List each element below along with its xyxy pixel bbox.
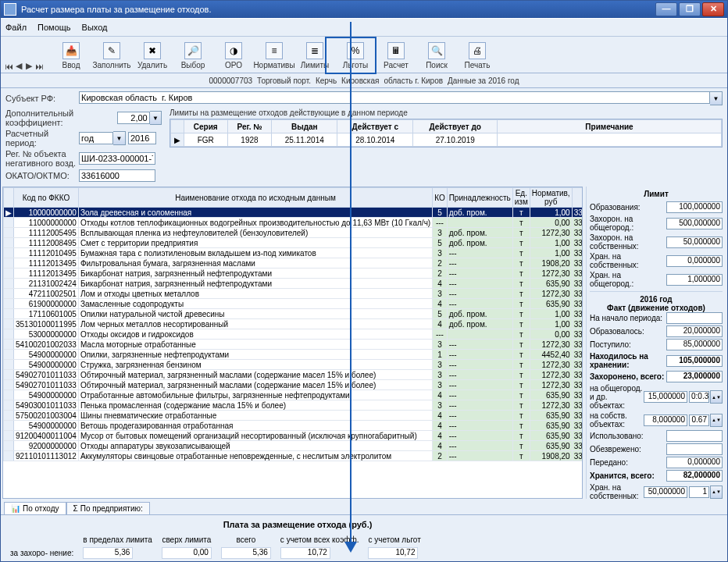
col-name[interactable]: Наименование отхода по исходным данным [78,188,432,208]
table-row[interactable]: 54900000000Опилки, загрязненные нефтепро… [4,350,583,360]
col-norm[interactable]: Норматив, руб [530,188,572,208]
col-pr[interactable]: Принадлежность [447,188,512,208]
table-row[interactable]: 21131002424Бикарбонат натрия, загрязненн… [4,279,583,289]
menu-help[interactable]: Помощь [37,23,71,32]
org-code: 0000007703 [209,76,252,85]
col-ko[interactable]: КО [433,188,448,208]
toolbar-заполнить-button[interactable]: ✎Заполнить [91,41,132,71]
col-regnum: Рег. № [227,120,272,133]
table-row[interactable]: 11112013495Фильтровальная бумага, загряз… [4,258,583,269]
table-row[interactable]: 92000000000Отходы аппаратуры звукозаписы… [4,441,583,451]
col-issued: Выдан [272,120,337,133]
table-row[interactable]: 54900000000Ветошь продегазированная отра… [4,421,583,431]
f-obr[interactable]: 20,000000 [666,325,723,337]
period-type-input[interactable] [79,132,113,144]
toolbar-удалить-button[interactable]: ✖Удалить [132,41,173,71]
f-hr: 82,000000 [666,470,723,482]
toolbar-лимиты-button[interactable]: ≣Лимиты [294,41,335,71]
spinner-icon[interactable]: ▲▼ [710,390,723,404]
limit-zah-s[interactable]: 50,000000 [666,237,723,248]
f-obsh[interactable]: 15,000000 [644,391,687,403]
toolbar-оро-button[interactable]: ◑ОРО [213,41,254,71]
spinner-icon[interactable]: ▲▼ [710,414,723,427]
toolbar-льготы-button[interactable]: %Льготы [335,41,376,71]
table-row[interactable]: 91200400011004Мусор от бытовых помещений… [4,431,583,441]
spinner-icon[interactable]: ▲▼ [710,486,723,499]
col-fkko[interactable]: Код по ФККО [14,188,79,208]
table-row[interactable]: ▶10000000000Зола древесная и соломенная5… [4,208,583,218]
col-ed[interactable]: Ед. изм [512,188,530,208]
maximize-button[interactable]: ❐ [679,2,701,16]
f-obz[interactable] [666,443,723,455]
close-button[interactable]: ✕ [702,2,724,16]
nav-next-icon[interactable]: ▶ [24,61,34,71]
table-row[interactable]: 11112008495Смет с территории предприятия… [4,238,583,248]
f-per[interactable]: 0,000000 [666,457,723,468]
subject-input[interactable] [79,91,710,104]
subject-label: Субъект РФ: [5,94,79,103]
toolbar-нормативы-button[interactable]: ≡Нормативы [254,41,294,71]
nav-first-icon[interactable]: ⏮ [4,62,13,71]
table-row[interactable]: 57500201003004Шины пневматические отрабо… [4,411,583,421]
coef-input[interactable] [117,112,150,124]
col-valid-from: Действует с [337,120,413,133]
table-row[interactable]: 54100201002033Масла моторные отработанны… [4,340,583,350]
chevron-down-icon[interactable]: ▼ [113,131,126,145]
main-area: Код по ФККО Наименование отхода по исход… [1,185,727,499]
f-start[interactable] [666,312,723,324]
table-row[interactable]: 53000000000Отходы оксидов и гидроксидов-… [4,329,583,340]
period-year-input[interactable] [128,132,156,144]
okato-input[interactable] [79,169,155,182]
f-post[interactable]: 85,000000 [666,339,723,350]
table-row[interactable]: 35130100011995Лом черных металлов несорт… [4,319,583,329]
toolbar-выбор-button[interactable]: 🔎Выбор [173,41,213,71]
okato-label: ОКАТО/ОКТМО: [5,171,79,180]
tab-by-waste[interactable]: 📊 По отходу [4,502,66,514]
f-sobs[interactable]: 8,000000 [644,414,687,426]
table-row[interactable]: 54902701011033Обтирочный материал, загря… [4,380,583,390]
toolbar-поиск-button[interactable]: 🔍Поиск [416,41,457,71]
toolbar-ввод-button[interactable]: 📥Ввод [51,41,91,71]
toolbar-печать-button[interactable]: 🖨Печать [457,41,498,71]
data-period: Данные за 2016 год [448,76,519,85]
table-row[interactable]: 54903001011033Пенька промасленная (содер… [4,400,583,411]
limit-obr[interactable]: 100,000000 [666,201,723,213]
toolbar-icon: % [347,42,364,59]
reg-input[interactable] [79,152,155,165]
col-okato[interactable]: ОКАТО/ОКТМО [572,188,583,208]
limit-zah-g[interactable]: 500,000000 [666,218,723,229]
menu-file[interactable]: Файл [5,23,27,32]
chevron-down-icon[interactable]: ▼ [710,91,723,105]
table-row[interactable]: 54900000000Отработанные автомобильные фи… [4,390,583,400]
f-hrs[interactable]: 50,000000 [644,486,687,498]
tab-by-enterprise[interactable]: Σ По предприятию: [66,502,150,514]
side-year: 2016 год [590,295,723,304]
nav-prev-icon[interactable]: ◀ [14,61,23,71]
table-row[interactable]: 11112013495Бикарбонат натрия, загрязненн… [4,269,583,279]
table-row[interactable]: 11112010495Бумажная тара с полиэтиленовы… [4,248,583,258]
limit-hr-g[interactable]: 0,000000 [666,255,723,267]
table-row[interactable]: 54900000000Стружка, загрязненная бензино… [4,360,583,370]
chevron-down-icon[interactable]: ▼ [150,111,162,125]
toolbar-icon: ◑ [225,42,242,59]
subject-combo[interactable]: ▼ [79,91,723,105]
table-row[interactable]: 54902701011033Обтирочный материал, загря… [4,370,583,380]
nav-last-icon[interactable]: ⏭ [34,62,44,71]
menu-exit[interactable]: Выход [82,23,108,32]
table-row[interactable]: 47211002501Лом и отходы цветных металлов… [4,289,583,299]
minimize-button[interactable]: — [655,2,677,16]
limit-hr-s[interactable]: 1,000000 [666,274,723,286]
toolbar-icon: ≡ [266,42,283,59]
toolbar-расчет-button[interactable]: 🖩Расчет [376,41,416,71]
waste-grid[interactable]: Код по ФККО Наименование отхода по исход… [2,187,583,499]
col-valid-to: Действует до [413,120,498,133]
limits-table[interactable]: Серия Рег. № Выдан Действует с Действует… [170,119,723,148]
table-row[interactable]: 11000000000Отходы котлов теплофикационны… [4,218,583,228]
table-row[interactable]: 11112005495Всплывающая пленка из нефтеул… [4,228,583,238]
table-row[interactable]: 92110101113012Аккумуляторы свинцовые отр… [4,451,583,461]
f-isp[interactable] [666,430,723,442]
table-row[interactable]: 17110601005Опилки натуральной чистой дре… [4,309,583,319]
table-row[interactable]: 61900000000Замасленные содопродукты4---т… [4,299,583,309]
limit-row[interactable]: ▶ FGR 1928 25.11.2014 28.10.2014 27.10.2… [171,133,722,147]
toolbar-icon: 📥 [62,42,80,59]
